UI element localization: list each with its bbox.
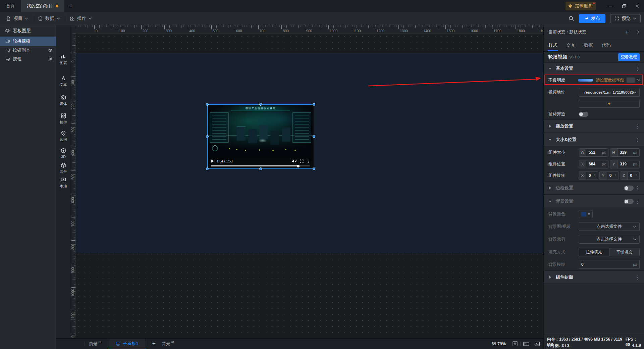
rotate-z-input[interactable]: Z 0 ° (620, 171, 640, 180)
section-size-position[interactable]: 大小&位置 ⋮ (544, 133, 644, 146)
background-label[interactable]: 背景 (162, 341, 170, 347)
border-toggle[interactable] (624, 186, 634, 191)
preview-button[interactable]: 预览 (610, 14, 641, 23)
rotate-y-input[interactable]: Y 0 ° (599, 171, 619, 180)
y-input[interactable]: Y 319 px (610, 160, 640, 168)
video-component-selected[interactable]: 园区工业智能板块展示 1:34 / 1:53 ⋮ (208, 105, 314, 168)
menu-data[interactable]: 数据 (33, 12, 65, 25)
section-menu-icon[interactable]: ⋮ (635, 137, 640, 142)
section-menu-icon[interactable]: ⋮ (635, 186, 640, 191)
add-foreground-icon[interactable]: ⊕ (98, 340, 101, 344)
section-menu-icon[interactable]: ⋮ (635, 124, 640, 129)
tab-数据[interactable]: 数据 (584, 39, 593, 51)
resize-handle-nw[interactable] (206, 103, 209, 106)
x-input[interactable]: X 684 px (579, 160, 608, 168)
restore-button[interactable] (617, 0, 631, 12)
section-play-settings[interactable]: 播放设置 ⋮ (544, 119, 644, 133)
bg-crop-dropdown[interactable]: 点击选择文件 (579, 235, 640, 244)
tab-交互[interactable]: 交互 (566, 39, 575, 51)
database-icon (38, 16, 43, 21)
menu-operations[interactable]: 操作 (65, 12, 97, 25)
toolbox-item-图表[interactable]: 图表 (56, 53, 70, 65)
section-component-cover[interactable]: 组件封面 ⋮ (544, 270, 644, 284)
section-menu-icon[interactable]: ⋮ (635, 199, 640, 204)
add-background-icon[interactable]: ⊕ (171, 340, 174, 344)
publish-button[interactable]: 发布 (579, 14, 605, 23)
add-board-button[interactable]: + (152, 340, 156, 347)
width-input[interactable]: W 552 px (579, 148, 608, 157)
window-tab[interactable]: 我的空白项目 (21, 0, 64, 12)
chart-icon (60, 53, 66, 59)
chevron-down-icon (588, 213, 590, 215)
board-tab-active[interactable]: 子看板1 (108, 339, 146, 349)
eye-off-icon[interactable] (48, 48, 53, 53)
window-tab[interactable]: 首页 (0, 0, 21, 12)
rotate-x-input[interactable]: X 0 ° (579, 171, 598, 180)
tutorial-button[interactable]: 查看教程 (618, 53, 640, 61)
toolbox-item-文本[interactable]: 文本 (56, 75, 70, 87)
layer-item[interactable]: 轮播视频 (0, 37, 56, 46)
zoom-level[interactable]: 69.79% (492, 342, 506, 346)
resize-handle-se[interactable] (313, 167, 315, 170)
add-state-button[interactable]: + (625, 29, 629, 36)
resize-handle-ne[interactable] (313, 103, 315, 106)
seek-bar[interactable] (211, 165, 310, 166)
toolbox-item-3D[interactable]: 3D (56, 148, 70, 159)
section-basic-settings[interactable]: 基本设置 ⋮ (544, 62, 644, 74)
more-options-icon[interactable]: ⋮ (307, 159, 310, 163)
section-menu-icon[interactable]: ⋮ (635, 66, 640, 71)
keyboard-shortcuts-icon[interactable] (523, 341, 530, 347)
opacity-value-box[interactable] (627, 78, 635, 83)
toolbox-item-媒体[interactable]: 媒体 (56, 94, 70, 106)
add-video-button[interactable]: + (579, 100, 640, 108)
mouse-through-toggle[interactable] (579, 112, 588, 117)
toolbox-item-地图[interactable]: 地图 (56, 130, 70, 142)
fill-option[interactable]: 平铺填充 (609, 248, 640, 256)
canvas[interactable]: 园区工业智能板块展示 1:34 / 1:53 ⋮ (76, 34, 543, 338)
layer-item[interactable]: 按钮 (0, 55, 56, 63)
foreground-label[interactable]: 前景 (89, 341, 98, 347)
console-icon[interactable] (534, 341, 540, 346)
seek-bar-knob[interactable] (297, 165, 300, 167)
resize-handle-e[interactable] (313, 135, 315, 138)
new-tab-button[interactable]: + (64, 0, 77, 12)
minimize-button[interactable] (604, 0, 617, 12)
search-icon[interactable] (568, 15, 574, 21)
tab-代码[interactable]: 代码 (602, 39, 611, 51)
section-background-settings[interactable]: 背景设置 ⋮ (544, 195, 644, 208)
close-button[interactable] (631, 0, 644, 12)
trees-dots (229, 148, 230, 149)
muted-icon[interactable] (291, 159, 297, 163)
bg-color-picker[interactable] (579, 210, 593, 218)
bg-blur-input[interactable]: 0 px (579, 260, 640, 269)
section-border-settings[interactable]: 边框设置 ⋮ (544, 181, 644, 195)
menu-project[interactable]: 项目 (1, 12, 33, 25)
resize-handle-s[interactable] (259, 167, 262, 170)
resize-handle-sw[interactable] (206, 167, 209, 170)
resize-handle-w[interactable] (206, 135, 209, 138)
resize-handle-n[interactable] (259, 103, 262, 106)
fullscreen-icon[interactable] (300, 159, 304, 163)
fit-screen-icon[interactable] (512, 341, 518, 347)
video-url-dropdown[interactable]: resources/1.m_171195002532 (579, 88, 640, 97)
toolbox-item-本地[interactable]: 本地 (56, 177, 70, 189)
tab-样式[interactable]: 样式 (548, 39, 557, 51)
opacity-slider[interactable] (578, 79, 593, 82)
height-input[interactable]: H 329 px (610, 148, 640, 157)
background-toggle[interactable] (624, 199, 634, 204)
toolbox-item-控件[interactable]: 控件 (56, 113, 70, 125)
hud-panel-left (210, 112, 229, 143)
menubar: 项目数据操作 发布 预览 (0, 12, 644, 25)
section-menu-icon[interactable]: ⋮ (635, 275, 640, 280)
layer-item[interactable]: 按钮副本 (0, 46, 56, 55)
chevron-right-icon[interactable] (637, 30, 640, 34)
ruler-label: 300 (71, 127, 75, 133)
fill-option[interactable]: 拉伸填充 (579, 248, 609, 256)
toolbox-item-套件[interactable]: 套件 (56, 162, 70, 174)
bg-crop-row: 背景裁剪 点击选择文件 (544, 233, 644, 246)
play-icon[interactable] (211, 159, 214, 163)
layer-item-label: 按钮 (13, 56, 21, 62)
eye-off-icon[interactable] (48, 57, 53, 61)
custom-service-button[interactable]: 定制服务 (566, 2, 596, 10)
bg-media-dropdown[interactable]: 点击选择文件 (579, 222, 640, 231)
